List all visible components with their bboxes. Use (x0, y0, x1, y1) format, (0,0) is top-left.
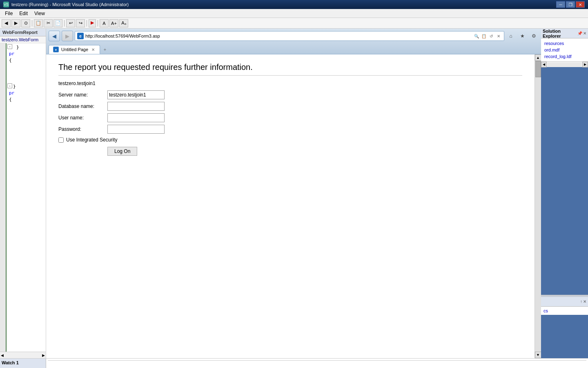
database-label: Database name: (58, 103, 107, 109)
right-lower-header: ↑ ✕ (541, 297, 588, 307)
browser-area: ◀ ▶ e 🔍 📋 ↺ ✕ ⌂ ★ ⚙ (46, 29, 541, 358)
password-label: Password: (58, 126, 107, 132)
toolbar-btn-7[interactable]: ↩ (66, 19, 75, 27)
right-lower-pin[interactable]: ↑ (580, 299, 582, 304)
address-refresh-btn[interactable]: ↺ (488, 32, 495, 40)
right-scroll-left[interactable]: ◀ (541, 62, 547, 67)
main-layout: WebFormReport testzero.WebForm - } pr { (0, 29, 588, 358)
browser-star-btn[interactable]: ★ (517, 31, 527, 40)
code-line-6: { (7, 96, 45, 103)
expand-2[interactable]: - (7, 83, 12, 88)
restore-button[interactable]: ❐ (566, 1, 575, 8)
title-bar: VS testzero (Running) - Microsoft Visual… (0, 0, 588, 9)
window-controls: ─ ❐ ✕ (556, 1, 585, 8)
toolbar-btn-3[interactable]: ⊙ (21, 19, 30, 27)
code-brace-6: { (9, 96, 12, 103)
scroll-up-arrow[interactable]: ▲ (535, 54, 541, 61)
browser-tab-active[interactable]: e Untitled Page ✕ (49, 45, 100, 54)
address-input[interactable] (85, 34, 473, 38)
close-button[interactable]: ✕ (576, 1, 585, 8)
toolbar-btn-11[interactable]: Aₐ (119, 19, 128, 27)
scroll-left[interactable]: ◀ (1, 353, 4, 357)
form-section: testzero.testjoin1 Server name: Database… (58, 81, 522, 156)
minimize-button[interactable]: ─ (556, 1, 565, 8)
password-row: Password: (58, 125, 522, 134)
web-content: The report you requested requires furthe… (46, 54, 535, 358)
right-sidebar-close[interactable]: ✕ (583, 31, 586, 36)
right-item-resources[interactable]: resources (543, 40, 586, 47)
tab-close-btn[interactable]: ✕ (91, 47, 96, 52)
toolbar-separator-1 (32, 20, 32, 27)
right-lower-item-cs[interactable]: cs (542, 307, 587, 314)
right-sidebar-header: Solution Explorer 📌 ✕ (541, 29, 588, 38)
page-heading: The report you requested requires furthe… (58, 63, 522, 76)
scroll-right[interactable]: ▶ (42, 353, 45, 357)
menu-edit[interactable]: Edit (16, 10, 31, 17)
toolbar-btn-4[interactable]: 📋 (34, 19, 43, 27)
bottom-panel: Watch 1 (0, 358, 588, 368)
toolbar-separator-3 (87, 20, 87, 27)
right-item-ldf[interactable]: record_log.ldf (543, 53, 586, 60)
right-scroll-right[interactable]: ▶ (582, 62, 588, 67)
browser-chrome: ◀ ▶ e 🔍 📋 ↺ ✕ ⌂ ★ ⚙ (46, 29, 541, 54)
toolbar-separator-2 (64, 20, 65, 27)
window-title: testzero (Running) - Microsoft Visual St… (11, 2, 129, 7)
browser-settings-btn[interactable]: ⚙ (529, 31, 539, 40)
toolbar-btn-1[interactable]: ◀ (2, 19, 11, 27)
sidebar-item-text: testzero.WebForm (2, 37, 38, 42)
new-tab-btn[interactable]: + (100, 45, 110, 54)
toolbar: ◀ ▶ ⊙ 📋 ✂ 📄 ↩ ↪ ▶ A A+ Aₐ (0, 18, 588, 29)
logon-button[interactable]: Log On (107, 147, 137, 156)
right-lower-content: cs (541, 307, 588, 315)
address-stop-btn[interactable]: ✕ (495, 32, 502, 40)
code-brace-1: } (13, 44, 19, 51)
bottom-content (46, 359, 588, 368)
database-input[interactable] (107, 102, 165, 111)
toolbar-btn-2[interactable]: ▶ (11, 19, 20, 27)
sidebar-item-webform[interactable]: testzero.WebForm (0, 36, 46, 43)
right-sidebar-title: Solution Explorer (543, 29, 577, 38)
toolbar-start-btn[interactable]: ▶ (89, 19, 96, 27)
browser-forward-button[interactable]: ▶ (62, 31, 73, 41)
toolbar-btn-6[interactable]: 📄 (53, 19, 62, 27)
sidebar-tab-label: WebFormReport (2, 30, 38, 35)
watch-label: Watch 1 (2, 360, 19, 365)
integrated-security-checkbox[interactable] (58, 137, 64, 143)
address-bookmark-btn[interactable]: 📋 (480, 32, 488, 40)
code-keyword-1: pr (9, 51, 14, 57)
menu-view[interactable]: View (31, 10, 48, 17)
server-label: Server name: (58, 92, 107, 98)
browser-back-button[interactable]: ◀ (49, 31, 60, 41)
code-line-2: pr (7, 51, 45, 57)
toolbar-btn-8[interactable]: ↪ (76, 19, 85, 27)
right-lower-close[interactable]: ✕ (583, 299, 586, 304)
toolbar-btn-5[interactable]: ✂ (44, 19, 53, 27)
scroll-thumb[interactable] (535, 61, 541, 77)
toolbar-btn-10[interactable]: A+ (109, 19, 118, 27)
right-item-mdf[interactable]: ord.mdf (543, 47, 586, 53)
right-sidebar-pin[interactable]: 📌 (577, 31, 582, 36)
scroll-down-arrow[interactable]: ▼ (535, 352, 541, 358)
browser-nav: ◀ ▶ e 🔍 📋 ↺ ✕ ⌂ ★ ⚙ (46, 29, 541, 43)
toolbar-btn-9[interactable]: A (100, 19, 109, 27)
integrated-security-row: Use Integrated Security (58, 137, 522, 143)
right-panel-split: Solution Explorer 📌 ✕ resources ord.mdf … (541, 29, 588, 358)
expand-1[interactable]: - (7, 44, 12, 49)
address-search-btn[interactable]: 🔍 (473, 32, 480, 40)
server-input[interactable] (107, 90, 165, 99)
menu-bar: File Edit View (0, 9, 588, 18)
server-row: Server name: (58, 90, 522, 99)
code-line-5: pr (7, 90, 45, 96)
browser-home-btn[interactable]: ⌂ (506, 31, 516, 40)
right-sidebar-scrollbar-h: ◀ ▶ (541, 61, 588, 67)
right-sidebar-content: resources ord.mdf record_log.ldf (541, 38, 588, 61)
password-input[interactable] (107, 125, 165, 134)
browser-scrollbar: ▲ ▼ (535, 54, 541, 358)
username-row: User name: (58, 113, 522, 122)
username-input[interactable] (107, 113, 165, 122)
menu-file[interactable]: File (2, 10, 16, 17)
code-brace-4: } (13, 83, 16, 90)
svg-text:e: e (79, 34, 82, 38)
address-favicon: e (77, 32, 84, 40)
bottom-tab: Watch 1 (0, 359, 46, 368)
